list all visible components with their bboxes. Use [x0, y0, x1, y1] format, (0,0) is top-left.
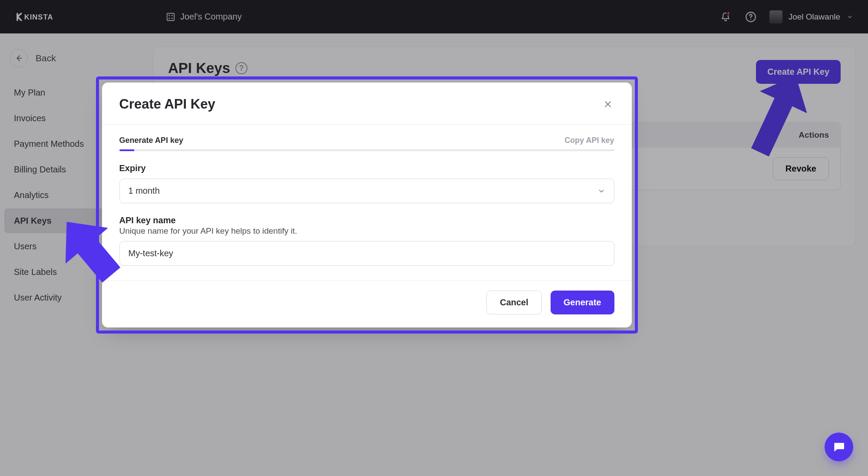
key-name-input[interactable] [129, 248, 605, 258]
chat-launcher[interactable] [825, 433, 853, 461]
modal-close-button[interactable] [601, 98, 614, 111]
step-progress [119, 149, 614, 151]
key-name-input-wrap [119, 241, 614, 266]
expiry-select[interactable]: 1 month [119, 178, 614, 203]
modal-title: Create API Key [119, 96, 215, 112]
create-api-key-modal: Create API Key Generate API key Copy API… [102, 83, 632, 327]
chat-icon [832, 440, 846, 454]
step-generate: Generate API key [119, 136, 183, 145]
modal-overlay: Create API Key Generate API key Copy API… [0, 0, 868, 476]
key-name-label: API key name [119, 215, 614, 225]
chevron-down-icon [597, 187, 605, 195]
generate-button[interactable]: Generate [551, 291, 614, 314]
cancel-button[interactable]: Cancel [486, 291, 542, 314]
annotation-arrow-icon [54, 214, 124, 283]
key-name-help: Unique name for your API key helps to id… [119, 226, 614, 236]
close-icon [604, 100, 612, 109]
expiry-value: 1 month [129, 186, 160, 196]
step-copy: Copy API key [564, 136, 614, 145]
expiry-label: Expiry [119, 163, 614, 173]
